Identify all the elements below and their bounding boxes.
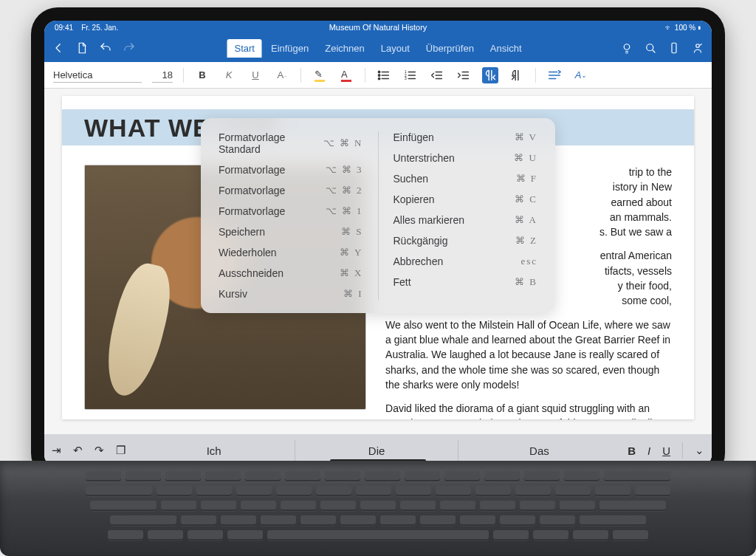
font-size-field[interactable]: 18 (152, 68, 173, 83)
tab-review[interactable]: Überprüfen (419, 39, 481, 58)
svg-point-5 (378, 74, 379, 75)
format-toolbar: Helvetica 18 B K U A.. ✎ A 123 A⌄ (44, 62, 712, 89)
status-date: Fr. 25. Jan. (81, 24, 118, 32)
shortcut-row: Formatvorlage⌥ ⌘ 2 (219, 185, 363, 196)
document-title: Museum Of Natural History (329, 23, 427, 32)
shortcut-row: Ausschneiden⌘ X (219, 267, 363, 279)
paragraph-rtl-button[interactable] (482, 67, 498, 83)
shortcuts-col-left: Formatvorlage Standard⌥ ⌘ N Formatvorlag… (219, 131, 379, 300)
back-button[interactable] (52, 41, 65, 55)
shortcut-row: Kopieren⌘ C (394, 193, 538, 205)
kb-underline-button[interactable]: U (662, 445, 670, 457)
kb-collapse-button[interactable]: ⌄ (695, 444, 704, 457)
battery-text: 100 % (675, 24, 695, 32)
kb-bold-button[interactable]: B (628, 445, 636, 457)
battery-icon: ▮ (698, 24, 701, 32)
tab-start[interactable]: Start (227, 39, 261, 58)
share-icon[interactable] (691, 41, 704, 55)
undo-kb-button[interactable]: ↶ (73, 444, 83, 457)
tab-key-icon[interactable]: ⇥ (52, 444, 61, 457)
suggestion-1[interactable]: Ich (133, 440, 295, 461)
shortcuts-col-right: Einfügen⌘ V Unterstrichen⌘ U Suchen⌘ F K… (379, 131, 538, 300)
tab-insert[interactable]: Einfügen (264, 39, 316, 58)
shortcut-row: Fett⌘ B (394, 276, 538, 288)
ios-statusbar: 09:41 Fr. 25. Jan. Museum Of Natural His… (44, 21, 712, 34)
clipboard-kb-button[interactable]: ❐ (116, 444, 126, 457)
shortcut-row: Formatvorlage Standard⌥ ⌘ N (219, 131, 363, 155)
shortcut-row: Speichern⌘ S (219, 226, 363, 238)
paragraph-ltr-button[interactable] (509, 67, 525, 83)
shortcut-row: Formatvorlage⌥ ⌘ 3 (219, 164, 363, 176)
shortcut-row: Unterstrichen⌘ U (394, 152, 538, 164)
tab-layout[interactable]: Layout (374, 39, 417, 58)
svg-point-4 (378, 71, 379, 72)
clear-formatting-button[interactable]: A⌄ (573, 67, 589, 83)
quicktype-suggestions: Ich Die Das (133, 440, 620, 461)
smart-keyboard (0, 461, 756, 556)
shortcut-row: Abbrechenesc (394, 255, 538, 267)
outdent-button[interactable] (429, 67, 445, 83)
status-time: 09:41 (55, 24, 73, 32)
ipad-frame: 09:41 Fr. 25. Jan. Museum Of Natural His… (31, 7, 725, 480)
styles-button[interactable] (546, 67, 563, 83)
highlight-button[interactable]: ✎ (312, 67, 328, 83)
font-name-field[interactable]: Helvetica (53, 68, 142, 83)
numbering-button[interactable]: 123 (402, 67, 419, 83)
shortcut-row: Einfügen⌘ V (394, 131, 538, 143)
screen: 09:41 Fr. 25. Jan. Museum Of Natural His… (44, 21, 712, 467)
lightbulb-icon[interactable] (620, 41, 633, 55)
svg-point-1 (647, 44, 653, 51)
underline-button[interactable]: U (247, 67, 264, 83)
svg-point-3 (696, 44, 700, 48)
app-toolbar: Start Einfügen Zeichnen Layout Überprüfe… (44, 34, 712, 62)
svg-point-6 (378, 78, 379, 79)
tab-draw[interactable]: Zeichnen (317, 39, 371, 58)
shortcut-row: Wiederholen⌘ Y (219, 247, 363, 258)
bold-button[interactable]: B (194, 67, 210, 83)
kb-italic-button[interactable]: I (647, 445, 650, 457)
mobile-view-icon[interactable] (667, 41, 681, 55)
shortcut-row: Rückgängig⌘ Z (394, 235, 538, 247)
redo-button[interactable] (123, 41, 136, 55)
undo-button[interactable] (99, 41, 112, 55)
svg-text:3: 3 (405, 76, 407, 80)
font-color-button[interactable]: A (338, 67, 354, 83)
redo-kb-button[interactable]: ↷ (94, 444, 104, 457)
shortcut-row: Formatvorlage⌥ ⌘ 1 (219, 205, 363, 217)
strikethrough-button[interactable]: A.. (274, 67, 290, 83)
svg-rect-2 (672, 43, 676, 53)
tab-view[interactable]: Ansicht (483, 39, 529, 58)
shortcut-row: Suchen⌘ F (394, 173, 538, 185)
italic-button[interactable]: K (221, 67, 237, 83)
suggestion-3[interactable]: Das (458, 440, 620, 461)
shortcut-row: Alles markieren⌘ A (394, 214, 538, 226)
svg-point-0 (624, 44, 630, 50)
indent-button[interactable] (456, 67, 472, 83)
status-right: ᯤ 100 % ▮ (665, 24, 701, 32)
search-icon[interactable] (644, 41, 657, 55)
wifi-icon: ᯤ (665, 24, 673, 32)
shortcut-row: Kursiv⌘ I (219, 288, 363, 300)
suggestion-2[interactable]: Die (295, 440, 457, 461)
ribbon-tabs: Start Einfügen Zeichnen Layout Überprüfe… (227, 39, 529, 58)
bullets-button[interactable] (376, 67, 392, 83)
file-button[interactable] (75, 41, 89, 55)
shortcuts-hud: Formatvorlage Standard⌥ ⌘ N Formatvorlag… (201, 118, 555, 313)
